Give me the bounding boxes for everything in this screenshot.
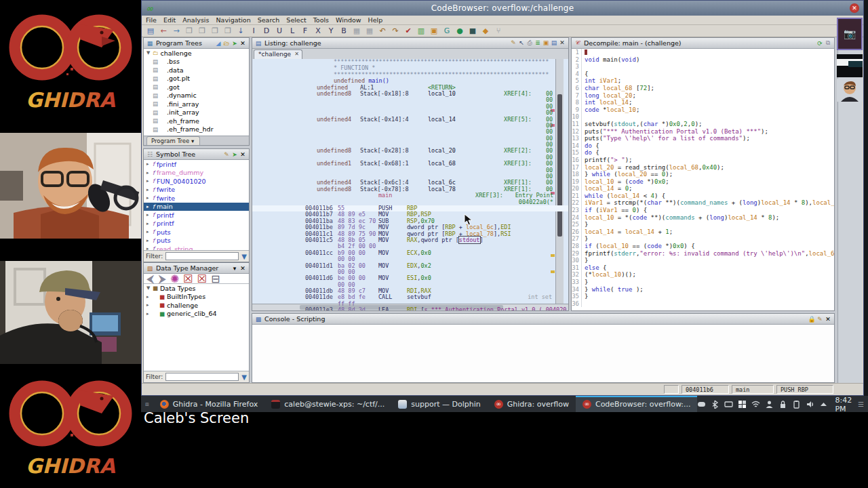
go-icon[interactable]: ➤ <box>231 151 239 158</box>
decompile-line-6[interactable]: 6 char local_68 [72]; <box>572 85 834 92</box>
decompile-line-34[interactable]: 34 } while( true ); <box>572 286 834 293</box>
tree-node-section[interactable]: ▤.dynamic <box>144 92 249 100</box>
menu-window[interactable]: Window <box>336 16 361 24</box>
decompile-line-29[interactable]: 29 fprintf(stderr,"error: %s: invalid co… <box>572 250 834 258</box>
task-calebstewiexps[interactable]: caleb@stewie-xps: ~/ctf/... <box>264 396 391 412</box>
window-close-button[interactable]: ✕ <box>850 3 859 13</box>
decompile-line-31[interactable]: 31 else { <box>572 264 834 272</box>
scene-thumbnail[interactable] <box>837 54 863 77</box>
console-output[interactable] <box>252 325 834 382</box>
volume-icon[interactable] <box>806 400 814 409</box>
filter-options-icon[interactable]: ▼ <box>241 373 247 381</box>
listing-comment-line[interactable]: ****************************************… <box>252 59 568 65</box>
listing-view[interactable]: ****************************************… <box>252 59 568 310</box>
decompile-line-33[interactable]: 33 } <box>572 279 834 286</box>
cursor-select-icon[interactable]: ↖ <box>517 39 526 47</box>
dtm-filter-input[interactable] <box>165 373 239 381</box>
copy-icon[interactable]: ⧉ <box>824 39 832 47</box>
edit-icon[interactable]: ✎ <box>509 39 517 47</box>
expand-arrow-icon[interactable]: ▸ <box>146 170 153 176</box>
listing-tab[interactable]: *challenge✕ <box>254 49 302 59</box>
expand-arrow-icon[interactable]: ▸ <box>146 161 153 167</box>
collapse-all-icon[interactable]: ⊟ <box>211 272 220 285</box>
open-folder-icon[interactable]: 🗁 <box>222 40 231 47</box>
symbol-printf[interactable]: ▸fprintf <box>144 211 249 220</box>
decompile-line-26[interactable]: 26 local_14 = local_14 + 1; <box>572 228 834 236</box>
decompile-line-25[interactable]: 25 } <box>572 221 834 228</box>
decompile-line-2[interactable]: 2void main(void) <box>572 56 834 64</box>
caret-up-icon[interactable] <box>819 400 828 409</box>
hide-pointers-icon[interactable]: ☒ <box>197 272 207 285</box>
clipboard-icon[interactable] <box>792 400 801 409</box>
webcam-thumbnail[interactable] <box>837 79 863 102</box>
close-icon[interactable]: ✕ <box>239 265 247 272</box>
instruction-004011d6[interactable]: 004011d6be 00 00MOVESI,0x0 <box>252 275 568 281</box>
decompile-line-14[interactable]: 14 do { <box>572 142 834 150</box>
tab-close-icon[interactable]: ✕ <box>294 51 299 59</box>
expand-arrow-icon[interactable]: ▸ <box>146 229 153 235</box>
decompile-line-11[interactable]: 11 setvbuf(stdout,(char *)0x0,2,0); <box>572 121 834 128</box>
copy-icon[interactable]: ❐ <box>184 26 194 37</box>
menu-edit[interactable]: Edit <box>163 16 176 24</box>
listing-signature[interactable]: undefined main() <box>252 78 568 84</box>
listing-variable-local_68[interactable]: undefined1Stack[-0x68]:1local_68XREF[3]:… <box>252 161 568 167</box>
data-B-icon[interactable]: B <box>339 26 349 37</box>
decompile-line-32[interactable]: 32 (*local_10)(); <box>572 271 834 279</box>
symbol-puts[interactable]: ▸fputs <box>144 228 249 237</box>
tree-node-section[interactable]: ▤.got <box>144 83 249 92</box>
scroll-lock-icon[interactable]: 🔒 <box>808 316 816 323</box>
expand-arrow-icon[interactable]: ▸ <box>146 187 153 192</box>
validate-icon[interactable]: ✔ <box>403 26 413 37</box>
printer-icon[interactable]: ⎙ <box>526 39 534 47</box>
tree-node-section[interactable]: ▤.data <box>144 66 249 75</box>
symbol-tree-header[interactable]: ☷ Symbol Tree ✎ ➤ ✕ <box>144 149 249 160</box>
undo-icon[interactable]: ↶ <box>378 26 387 37</box>
symbol-main[interactable]: ▸fmain <box>144 203 249 211</box>
back-icon[interactable]: ⮜ <box>146 272 154 285</box>
expand-arrow-icon[interactable]: ▸ <box>146 294 153 300</box>
expand-arrow-icon[interactable]: ▸ <box>146 212 153 218</box>
symbol-FUN_00401020[interactable]: ▸fFUN_00401020 <box>144 177 249 186</box>
menu-navigation[interactable]: Navigation <box>216 16 250 24</box>
tree-node-section[interactable]: ▤.init_array <box>144 108 249 117</box>
symbol-fwrite[interactable]: ▸ffwrite <box>144 186 249 195</box>
clear-console-icon[interactable]: ✎ <box>816 316 824 323</box>
tree-node-section[interactable]: ▤.fini_array <box>144 100 249 108</box>
symbol-fprintf[interactable]: ▸ffprintf <box>144 160 249 169</box>
decompile-line-19[interactable]: 19 local_10 = (code *)0x0; <box>572 178 834 186</box>
menu-search[interactable]: Search <box>258 16 280 24</box>
symbol-frame_dummy[interactable]: ▸fframe_dummy <box>144 169 249 178</box>
decompile-line-12[interactable]: 12 puts("*** Authentication Portal v1.0 … <box>572 128 834 136</box>
listing-variable-local_20[interactable]: undefined8Stack[-0x28]:8local_20XREF[2]:… <box>252 148 568 154</box>
program-tree-tab[interactable]: Program Tree ▾ <box>146 136 200 145</box>
expand-arrow-icon[interactable]: ▸ <box>146 204 153 209</box>
card-icon[interactable] <box>724 400 733 409</box>
decompile-line-15[interactable]: 15 do { <box>572 149 834 157</box>
expand-arrow-icon[interactable]: ▼ <box>146 285 153 291</box>
symbol-read_string[interactable]: ▸fread_string <box>144 245 249 250</box>
snapshot-add-icon[interactable]: ▦ <box>365 26 374 37</box>
decompile-line-21[interactable]: 21 while (local_14 < 4) { <box>572 192 834 200</box>
decompile-line-27[interactable]: 27 } <box>572 235 834 243</box>
show-desktop-icon[interactable]: ☰ <box>858 401 868 408</box>
filter-options-icon[interactable]: ▼ <box>241 253 247 260</box>
paste-icon[interactable]: ❐ <box>197 26 207 37</box>
decompile-line-3[interactable]: 3 <box>572 63 834 70</box>
save-icon[interactable]: ▤ <box>146 26 155 37</box>
decompile-line-18[interactable]: 18 } while (local_20 == 0); <box>572 171 834 178</box>
expand-arrow-icon[interactable]: ▸ <box>146 221 153 226</box>
task-support[interactable]: support — Dolphin <box>391 396 487 412</box>
decompile-line-20[interactable]: 20 local_14 = 0; <box>572 185 834 192</box>
expand-arrow-icon[interactable]: ▸ <box>146 311 153 317</box>
tree-node-section[interactable]: ▤.bss <box>144 58 249 66</box>
decompile-line-17[interactable]: 17 local_20 = read_string(local_68,0x40)… <box>572 164 834 171</box>
symbol-filter-input[interactable] <box>165 252 239 260</box>
decompile-line-30[interactable]: 30 } <box>572 257 834 264</box>
diamond-icon[interactable]: ◆ <box>481 26 490 37</box>
decompile-line-10[interactable]: 10 <box>572 113 834 121</box>
menu-file[interactable]: File <box>146 16 157 24</box>
instruction-004011e3[interactable]: 004011e348 8d 3dLEARDI,[s_***_Authentica… <box>252 307 568 310</box>
pencil-icon[interactable]: ✎ <box>222 151 231 158</box>
menu-caret-icon[interactable]: ▾ <box>231 265 239 272</box>
close-icon[interactable]: ✕ <box>558 39 566 47</box>
